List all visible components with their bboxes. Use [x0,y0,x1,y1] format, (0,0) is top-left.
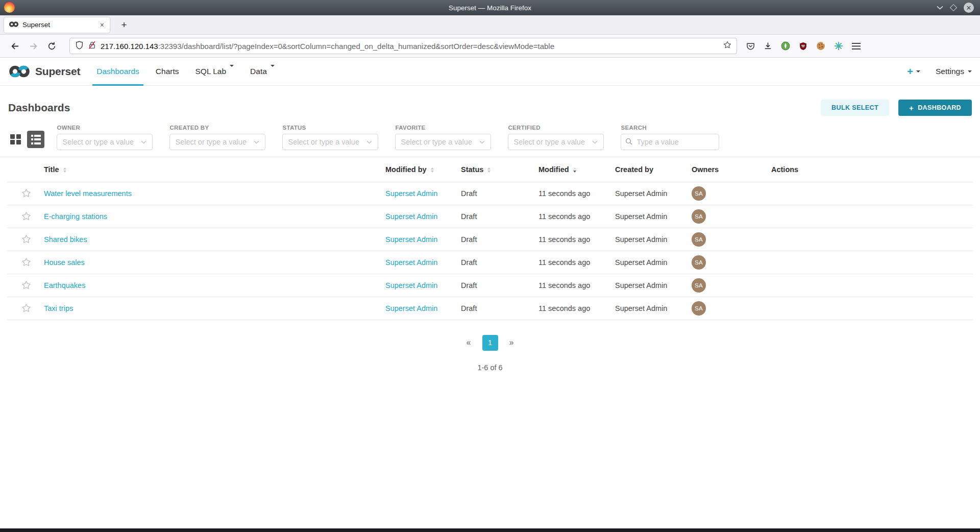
column-header[interactable]: Status [453,157,530,182]
modified-by-link[interactable]: Superset Admin [385,281,437,289]
new-dashboard-label: DASHBOARD [918,104,961,111]
modified-by-link[interactable]: Superset Admin [385,258,437,267]
actions-cell [763,297,973,320]
url-text[interactable]: 217.160.120.143:32393/dashboard/list/?pa… [101,42,719,51]
column-label: Actions [771,165,798,174]
superset-logo[interactable]: Superset [8,64,80,79]
filter-select[interactable]: Select or type a value [508,134,604,150]
favorite-star-icon[interactable] [21,234,31,244]
modified-cell: 11 seconds ago [530,251,607,274]
window-close-icon[interactable]: ✕ [964,3,974,13]
favorite-star-icon[interactable] [21,257,31,267]
new-tab-button[interactable]: + [117,18,131,32]
ublock-origin-icon[interactable] [799,42,807,51]
sort-icon[interactable] [431,167,434,173]
hamburger-menu-icon[interactable] [852,43,861,50]
window-minimize-icon[interactable] [937,6,943,10]
favorite-star-icon[interactable] [21,303,31,313]
owner-avatar[interactable]: SA [692,186,706,201]
owner-avatar[interactable]: SA [692,255,706,270]
column-header[interactable]: Created by [607,157,683,182]
window-maximize-icon[interactable] [951,5,956,10]
dashboard-title-link[interactable]: House sales [44,258,85,267]
column-header[interactable]: Modified by [377,157,453,182]
modified-by-link[interactable]: Superset Admin [385,235,437,244]
dashboard-title-link[interactable]: Taxi trips [44,304,73,312]
extension-privacy-icon[interactable] [781,41,790,51]
modified-cell: 11 seconds ago [530,205,607,228]
modified-by-link[interactable]: Superset Admin [385,212,437,221]
infinity-logo-icon [8,64,31,79]
sort-icon[interactable] [487,167,491,173]
search-input[interactable] [621,134,719,150]
brand-name: Superset [35,65,80,78]
actions-cell [763,228,973,251]
created-by-cell: Superset Admin [607,228,683,251]
nav-menu-item[interactable]: SQL Lab [187,58,242,86]
card-view-icon[interactable] [10,134,21,145]
status-cell: Draft [453,297,530,320]
column-header[interactable]: Title [36,157,377,182]
actions-cell [763,205,973,228]
owner-avatar[interactable]: SA [692,301,706,316]
column-header[interactable]: Actions [763,157,973,182]
tracking-shield-icon[interactable] [75,41,84,52]
list-view-icon[interactable] [27,131,44,148]
dashboard-title-link[interactable]: Water level measurements [44,189,132,198]
created-by-cell: Superset Admin [607,182,683,205]
nav-menu-item[interactable]: Data [242,58,283,86]
forward-icon[interactable] [26,38,41,54]
status-cell: Draft [453,251,530,274]
next-page-button[interactable]: » [505,336,518,349]
column-header[interactable]: Modified [530,157,607,182]
favorite-star-icon[interactable] [21,211,31,221]
filter-select[interactable]: Select or type a value [395,134,491,150]
reload-icon[interactable] [44,38,59,54]
downloads-icon[interactable] [764,42,772,51]
filter-select[interactable]: Select or type a value [169,134,265,150]
plus-icon: + [907,66,913,78]
previous-page-button[interactable]: « [462,336,475,349]
sort-icon[interactable] [63,167,66,173]
cookie-extension-icon[interactable] [816,41,825,51]
modified-by-link[interactable]: Superset Admin [385,304,437,312]
window-title: Superset — Mozilla Firefox [0,4,980,12]
table-row: Earthquakes Superset Admin Draft 11 seco… [7,274,973,297]
nav-menu-item[interactable]: Charts [148,58,187,86]
select-placeholder: Select or type a value [176,138,251,146]
snowflake-extension-icon[interactable] [834,41,843,51]
dashboard-title-link[interactable]: E-charging stations [44,212,107,221]
dashboard-title-link[interactable]: Earthquakes [44,281,85,289]
page-1-button[interactable]: 1 [482,335,498,351]
bookmark-star-icon[interactable] [723,41,731,51]
modified-by-link[interactable]: Superset Admin [385,189,437,198]
status-cell: Draft [453,205,530,228]
created-by-cell: Superset Admin [607,251,683,274]
url-bar[interactable]: 217.160.120.143:32393/dashboard/list/?pa… [69,38,737,54]
owner-avatar[interactable]: SA [692,278,706,293]
filter-select[interactable]: Select or type a value [282,134,378,150]
plus-icon: + [909,104,914,112]
new-dashboard-button[interactable]: + DASHBOARD [898,100,972,116]
nav-item-label: Charts [156,67,179,76]
owner-avatar[interactable]: SA [692,209,706,224]
favorite-star-icon[interactable] [21,188,31,198]
dashboard-title-link[interactable]: Shared bikes [44,235,87,244]
owner-avatar[interactable]: SA [692,232,706,247]
filter-group: CERTIFIED Select or type a value [508,125,604,150]
column-header[interactable]: Owners [683,157,763,182]
favorite-star-icon[interactable] [21,280,31,290]
new-item-dropdown[interactable]: + [907,66,920,78]
tab-close-icon[interactable]: × [99,21,105,29]
insecure-lock-icon[interactable] [88,41,96,52]
settings-dropdown[interactable]: Settings [936,67,972,76]
filter-select[interactable]: Select or type a value [57,134,153,150]
pocket-icon[interactable] [746,42,755,51]
back-icon[interactable] [7,38,22,54]
nav-menu-item[interactable]: Dashboards [88,58,148,86]
sort-icon[interactable] [573,167,576,173]
dashboards-table: Title Modified by Status Modified Create… [7,157,973,320]
browser-tab-superset[interactable]: Superset × [4,17,110,33]
bulk-select-button[interactable]: BULK SELECT [821,100,889,116]
column-label: Title [44,165,59,174]
